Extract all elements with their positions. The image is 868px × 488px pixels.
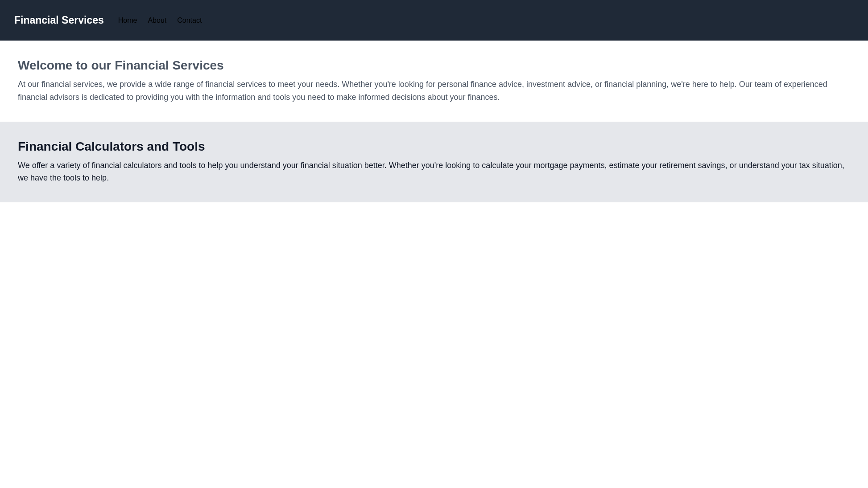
nav-link-contact[interactable]: Contact [177, 16, 202, 25]
hero-title: Welcome to our Financial Services [18, 58, 850, 73]
tools-section: Financial Calculators and Tools We offer… [0, 122, 868, 203]
nav-link-home[interactable]: Home [118, 16, 137, 25]
hero-text: At our financial services, we provide a … [18, 78, 850, 104]
brand-title: Financial Services [14, 14, 104, 26]
hero-section: Welcome to our Financial Services At our… [0, 41, 868, 122]
tools-text: We offer a variety of financial calculat… [18, 159, 850, 185]
nav-links-container: Home About Contact [118, 16, 202, 25]
tools-title: Financial Calculators and Tools [18, 139, 850, 154]
main-nav: Financial Services Home About Contact [0, 0, 868, 41]
nav-link-about[interactable]: About [148, 16, 166, 25]
